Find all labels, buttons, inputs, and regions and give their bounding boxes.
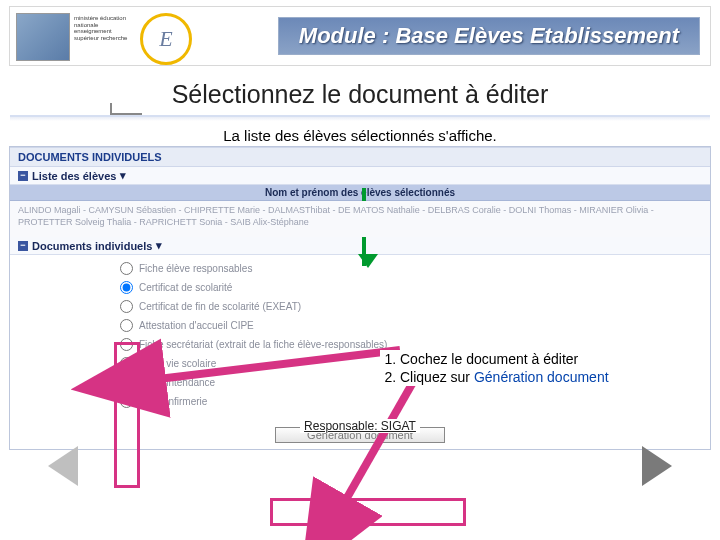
instruction-prefix: Cliquez sur — [400, 369, 474, 385]
doc-option[interactable]: Fiche élève responsables — [120, 259, 710, 278]
doc-radio[interactable] — [120, 395, 133, 408]
module-title: Module : Base Elèves Etablissement — [278, 17, 700, 55]
collapse-icon[interactable]: − — [18, 241, 28, 251]
banner-photo — [16, 13, 70, 61]
doc-option[interactable]: Attestation d'accueil CIPE — [120, 316, 710, 335]
doc-radio[interactable] — [120, 262, 133, 275]
section-header-documents: DOCUMENTS INDIVIDUELS — [10, 147, 710, 167]
education-logo-icon: E — [140, 13, 192, 65]
collapse-row-documents[interactable]: − Documents individuels ▾ — [10, 237, 710, 255]
doc-radio[interactable] — [120, 357, 133, 370]
caption-text: La liste des élèves sélectionnés s'affic… — [0, 117, 720, 146]
doc-radio[interactable] — [120, 376, 133, 389]
responsible-label: Responsable: SIGAT — [300, 419, 420, 433]
page-title-text: Sélectionnez le document à éditer — [172, 80, 549, 108]
doc-radio[interactable] — [120, 300, 133, 313]
doc-label: Fiche infirmerie — [139, 396, 207, 407]
names-column-header: Nom et prénom des élèves sélectionnés — [10, 185, 710, 201]
doc-option[interactable]: Certificat de scolarité — [120, 278, 710, 297]
doc-radio[interactable] — [120, 319, 133, 332]
doc-label: Certificat de fin de scolarité (EXEAT) — [139, 301, 301, 312]
page-title: Sélectionnez le document à éditer — [10, 66, 710, 117]
arrow-pink-icon — [200, 340, 380, 342]
chevron-down-icon: ▾ — [156, 239, 162, 252]
collapse-icon[interactable]: − — [18, 171, 28, 181]
app-banner: ministère éducation nationale enseigneme… — [9, 6, 711, 66]
instructions-box: Cochez le document à éditer Cliquez sur … — [380, 350, 680, 386]
doc-option[interactable]: Certificat de fin de scolarité (EXEAT) — [120, 297, 710, 316]
instruction-item: Cochez le document à éditer — [400, 350, 680, 368]
ministry-text: ministère éducation nationale enseigneme… — [74, 15, 129, 41]
doc-label: Attestation d'accueil CIPE — [139, 320, 254, 331]
instruction-link: Génération document — [474, 369, 609, 385]
prev-slide-button[interactable] — [48, 446, 78, 486]
title-underline-mark — [110, 113, 142, 115]
doc-label: Certificat de scolarité — [139, 282, 232, 293]
doc-label: Fiche élève responsables — [139, 263, 252, 274]
instruction-item: Cliquez sur Génération document — [400, 368, 680, 386]
collapse-row-student-list[interactable]: − Liste des élèves ▾ — [10, 167, 710, 185]
student-list-label: Liste des élèves — [32, 170, 116, 182]
next-slide-button[interactable] — [642, 446, 672, 486]
chevron-down-icon: ▾ — [120, 169, 126, 182]
svg-line-1 — [340, 370, 420, 510]
instruction-text: Cochez le document à éditer — [400, 351, 578, 367]
names-list: ALINDO Magali - CAMYSUN Sébastien - CHIP… — [10, 201, 710, 237]
documents-label: Documents individuels — [32, 240, 152, 252]
doc-radio[interactable] — [120, 281, 133, 294]
doc-radio[interactable] — [120, 338, 133, 351]
